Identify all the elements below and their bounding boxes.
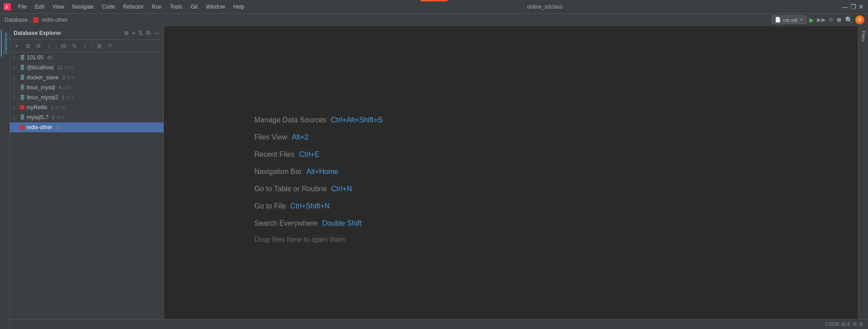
maximize-button[interactable]: ❐ bbox=[850, 4, 856, 10]
files-tab-label[interactable]: Files bbox=[860, 28, 867, 44]
layout-icon[interactable]: ≡ bbox=[132, 29, 135, 36]
svg-text:J: J bbox=[5, 5, 8, 10]
redis-icon bbox=[33, 17, 38, 23]
loading-bar bbox=[420, 0, 448, 1]
tree-item-myRedis[interactable]: ›myRedis1 of 16 bbox=[10, 102, 163, 112]
tree-item-badge-of: of 16 bbox=[55, 105, 65, 110]
hint-line: Search EverywhereDouble Shift bbox=[254, 219, 362, 227]
menu-item-window[interactable]: Window bbox=[202, 3, 229, 11]
chevron-icon: › bbox=[14, 125, 18, 130]
database-tab-label[interactable]: Database bbox=[1, 30, 9, 57]
menu-item-navigate[interactable]: Navigate bbox=[69, 3, 97, 11]
hint-line: Go to FileCtrl+Shift+N bbox=[254, 202, 330, 210]
jump-button[interactable]: ↑ bbox=[80, 41, 90, 51]
hint-shortcut[interactable]: Ctrl+E bbox=[299, 150, 320, 159]
chevron-icon: › bbox=[14, 65, 18, 70]
stop-button[interactable]: ⏹ bbox=[836, 16, 842, 23]
left-vertical-tab: Database bbox=[0, 26, 10, 329]
global-search-button[interactable]: 🔍 bbox=[845, 16, 853, 24]
close-button[interactable]: ✕ bbox=[858, 4, 864, 10]
window-controls: — ❐ ✕ bbox=[842, 4, 864, 10]
sidebar-header-icons: ⊕ ≡ ⇅ ⚙ — bbox=[124, 29, 160, 36]
schema-button[interactable]: ⊟ bbox=[58, 41, 68, 51]
sort-icon[interactable]: ⇅ bbox=[138, 29, 143, 36]
hint-text: Search Everywhere bbox=[254, 219, 318, 227]
drop-files-hint: Drop files here to open them bbox=[254, 236, 346, 244]
menu-item-file[interactable]: File bbox=[14, 3, 30, 11]
tree-item-localhost[interactable]: ›🗄@localhost11 of 17 bbox=[10, 63, 163, 73]
menu-item-help[interactable]: Help bbox=[229, 3, 248, 11]
tree-item-badge-of: of 4 bbox=[67, 75, 74, 80]
breadcrumb-redis-other[interactable]: redis-other bbox=[42, 17, 67, 23]
separator-1 bbox=[56, 43, 57, 50]
refresh-button[interactable]: ⟳ bbox=[829, 16, 834, 23]
hint-line: Go to Table or RoutineCtrl+N bbox=[254, 185, 352, 193]
expand-button[interactable]: ↕ bbox=[44, 41, 54, 51]
tree-item-badge: 0 bbox=[62, 75, 65, 80]
refresh-tree-button[interactable]: ⟳ bbox=[33, 41, 43, 51]
menu-bar: FileEditViewNavigateCodeRefactorRunTools… bbox=[14, 3, 248, 11]
menu-item-git[interactable]: Git bbox=[187, 3, 201, 11]
window-title: online_xdclass bbox=[251, 4, 839, 10]
hint-shortcut[interactable]: Ctrl+Shift+N bbox=[290, 202, 329, 210]
collapse-icon[interactable]: — bbox=[154, 29, 160, 36]
hint-shortcut[interactable]: Double Shift bbox=[322, 219, 362, 227]
filter-button[interactable]: ▽ bbox=[105, 41, 115, 51]
edit-button[interactable]: ✎ bbox=[69, 41, 79, 51]
db-icon: 🗄 bbox=[20, 55, 25, 60]
db-icon: 🗄 bbox=[20, 95, 25, 100]
tree-item-badge-of: of 7 bbox=[66, 95, 74, 100]
hint-line: Manage Data SourcesCtrl+Alt+Shift+S bbox=[254, 116, 382, 124]
tree-item-label: mysql5.7 bbox=[27, 114, 48, 121]
tree-item-badge: 40 bbox=[47, 55, 52, 60]
tree-item-badge-of: of 8 bbox=[63, 85, 71, 90]
db-icon: 🗄 bbox=[20, 75, 25, 80]
copy-button[interactable]: ⧉ bbox=[23, 41, 33, 51]
redis-icon bbox=[20, 105, 24, 110]
hint-shortcut[interactable]: Ctrl+N bbox=[331, 185, 352, 193]
settings-icon[interactable]: ⚙ bbox=[146, 29, 151, 36]
grid-button[interactable]: ⊞ bbox=[94, 41, 104, 51]
sidebar-toolbar: + ⧉ ⟳ ↕ ⊟ ✎ ↑ ⊞ ▽ bbox=[10, 40, 163, 53]
top-right-toolbar: 📄 car.sql ▼ ▶ ▶▶ ⟳ ⏹ 🔍 木 bbox=[768, 14, 868, 26]
hint-shortcut[interactable]: Ctrl+Alt+Shift+S bbox=[331, 116, 382, 124]
breadcrumb-database[interactable]: Database bbox=[5, 17, 28, 23]
tree-item-linux-mysql2[interactable]: ›🗄linux_mysql23 of 7 bbox=[10, 92, 163, 102]
sidebar-title: Database Explorer bbox=[14, 30, 61, 36]
main-layout: Database Database Explorer ⊕ ≡ ⇅ ⚙ — + ⧉… bbox=[0, 26, 868, 329]
hint-text: Go to File bbox=[254, 202, 286, 210]
tree-item-mysql57[interactable]: ›🗄mysql5.70 of 4 bbox=[10, 112, 163, 122]
user-avatar[interactable]: 木 bbox=[855, 15, 864, 24]
tree-item-101-65[interactable]: ›🗄101.6540 bbox=[10, 53, 163, 63]
new-button[interactable]: + bbox=[12, 41, 22, 51]
tree-item-docker-slave[interactable]: ›🗄docker_slave0 of 4 bbox=[10, 73, 163, 82]
menu-item-edit[interactable]: Edit bbox=[31, 3, 48, 11]
menu-item-view[interactable]: View bbox=[49, 3, 68, 11]
minimize-button[interactable]: — bbox=[842, 4, 848, 10]
run-all-button[interactable]: ▶▶ bbox=[817, 16, 826, 23]
hint-shortcut[interactable]: Alt+Home bbox=[306, 168, 339, 176]
chevron-icon: › bbox=[14, 105, 18, 110]
tree-item-badge: 1 bbox=[51, 105, 54, 110]
add-datasource-icon[interactable]: ⊕ bbox=[124, 29, 129, 36]
tree-item-redis-other[interactable]: ›redis-other16 bbox=[10, 122, 163, 132]
app-logo: J bbox=[4, 3, 11, 10]
tree-item-label: @localhost bbox=[27, 64, 54, 71]
menu-item-code[interactable]: Code bbox=[98, 3, 119, 11]
tree-item-badge: 0 bbox=[52, 115, 55, 120]
menu-item-tools[interactable]: Tools bbox=[166, 3, 186, 11]
database-tree: ›🗄101.6540›🗄@localhost11 of 17›🗄docker_s… bbox=[10, 53, 163, 329]
sidebar-header: Database Explorer ⊕ ≡ ⇅ ⚙ — bbox=[10, 26, 163, 40]
hint-line: Navigation BarAlt+Home bbox=[254, 168, 339, 176]
hint-text: Manage Data Sources bbox=[254, 116, 326, 124]
menu-item-refactor[interactable]: Refactor bbox=[119, 3, 147, 11]
sql-file-selector[interactable]: 📄 car.sql ▼ bbox=[772, 15, 806, 24]
hint-line: Recent FilesCtrl+E bbox=[254, 150, 320, 159]
separator-2 bbox=[92, 43, 92, 50]
menu-item-run[interactable]: Run bbox=[148, 3, 165, 11]
tree-item-label: redis-other bbox=[26, 124, 52, 131]
tree-item-linux-mysql[interactable]: ›🗄linux_mysql4 of 8 bbox=[10, 82, 163, 92]
hint-shortcut[interactable]: Alt+2 bbox=[292, 133, 309, 141]
hint-text: Files View bbox=[254, 133, 287, 141]
run-button[interactable]: ▶ bbox=[809, 16, 814, 24]
